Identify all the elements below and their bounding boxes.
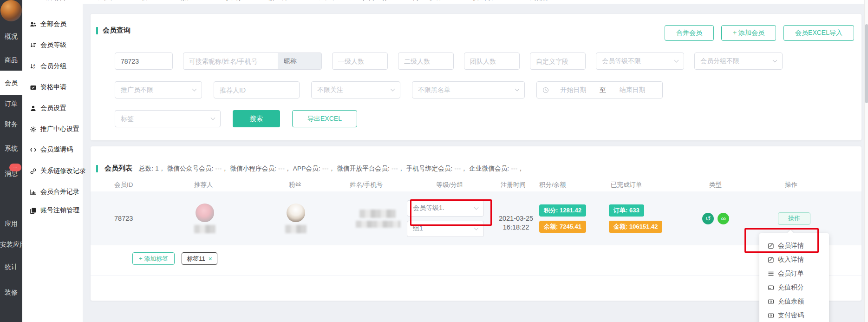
filter-row-3: 标签 搜索 导出EXCEL — [115, 110, 357, 127]
referrer-id-input[interactable] — [214, 81, 300, 99]
users-icon — [30, 21, 37, 28]
row-fans-cell — [277, 204, 344, 233]
rail-item-decorate[interactable]: 装修 — [0, 287, 22, 297]
blacklist-select[interactable]: 不限黑名单 — [412, 81, 525, 99]
topnav-item[interactable]: 门店+收银台 — [405, 0, 447, 2]
export-excel-button[interactable]: 导出EXCEL — [292, 110, 357, 127]
sidebar-item-all-members[interactable]: 全部会员 — [30, 20, 66, 29]
action-dropdown-menu: 会员详情 收入详情 会员订单 充值积分 充值余额 支付密码 — [759, 233, 829, 322]
app-rail: 概况 商品 会员 订单 财务 系统 消息 应用 安装应用 统计 装修 — [0, 0, 22, 322]
menu-item-member-orders[interactable]: 会员订单 — [759, 267, 829, 281]
rail-item-apps[interactable]: 应用 — [0, 218, 22, 229]
topnav-item[interactable]: 招商启动 — [355, 0, 387, 2]
message-count-badge: ... — [9, 164, 21, 171]
sidebar-item-member-settings[interactable]: 会员设置 — [30, 104, 66, 113]
row-action-button[interactable]: 操作 — [778, 212, 810, 225]
sort-level-icon — [30, 42, 37, 49]
menu-item-member-detail[interactable]: 会员详情 — [759, 239, 829, 253]
row-orders-cell: 订单: 633 金额: 106151.42 — [609, 204, 700, 233]
member-query-card: 会员查询 合并会员 + 添加会员 会员EXCEL导入 昵称 会员等级不限 会员分… — [91, 14, 861, 140]
sidebar-item-relation-log[interactable]: 关系链修改记录 — [30, 166, 86, 176]
app-logo-avatar[interactable] — [0, 0, 22, 21]
rail-item-overview[interactable]: 概况 — [0, 31, 22, 41]
svg-text:Z: Z — [33, 66, 35, 70]
sidebar-item-invite-code[interactable]: 会员邀请码 — [30, 145, 73, 154]
rail-item-orders[interactable]: 订单 — [0, 99, 22, 109]
rail-item-install-apps[interactable]: 安装应用 — [0, 239, 22, 250]
menu-item-income-detail[interactable]: 收入详情 — [759, 253, 829, 267]
main-content: 会员查询 合并会员 + 添加会员 会员EXCEL导入 昵称 会员等级不限 会员分… — [83, 4, 868, 322]
row-level-select[interactable]: 会员等级1. — [407, 200, 484, 217]
wechat-official-icon: ↺ — [702, 213, 714, 224]
col-header-type: 类型 — [700, 181, 774, 189]
referrer-name-blurred — [194, 225, 215, 233]
start-date-input[interactable]: 开始日期 — [549, 86, 598, 94]
rail-item-members[interactable]: 会员 — [0, 71, 22, 95]
points-badge: 积分: 1281.42 — [539, 204, 586, 217]
member-group-select[interactable]: 会员分组不限 — [694, 53, 783, 70]
team-count-input[interactable] — [464, 53, 520, 70]
row-group-select[interactable]: 组1 — [407, 221, 484, 237]
sidebar-item-account-cancel[interactable]: 账号注销管理 — [30, 206, 79, 215]
col-header-actions: 操作 — [774, 181, 861, 189]
menu-item-pay-password[interactable]: 支付密码 — [759, 309, 829, 322]
referrer-avatar[interactable] — [196, 204, 214, 222]
topnav-item[interactable]: 微社区 — [173, 0, 198, 2]
fan-avatar[interactable] — [287, 204, 305, 222]
menu-item-recharge-points[interactable]: 充值积分 — [759, 281, 829, 295]
merge-member-button[interactable]: 合并会员 — [665, 25, 714, 41]
search-type-select[interactable]: 昵称 — [278, 53, 322, 70]
topnav-item[interactable]: 充值卡 — [311, 0, 337, 2]
menu-item-recharge-balance[interactable]: 充值余额 — [759, 295, 829, 309]
end-date-input[interactable]: 结束日期 — [608, 86, 657, 94]
rail-item-system[interactable]: 系统 — [0, 143, 22, 153]
chevron-down-icon — [192, 87, 197, 92]
rail-item-finance[interactable]: 财务 — [0, 119, 22, 129]
topnav-item[interactable]: 新客裂变 — [261, 0, 293, 2]
rail-item-statistics[interactable]: 统计 — [0, 262, 22, 272]
promoter-select[interactable]: 推广员不限 — [115, 81, 202, 99]
gear-icon — [30, 126, 37, 133]
scrollbar-thumb[interactable] — [865, 24, 868, 103]
row-name-phone-cell — [344, 210, 407, 228]
card-icon — [768, 284, 774, 291]
member-id-input[interactable] — [115, 53, 173, 70]
add-tag-button[interactable]: + 添加标签 — [132, 252, 175, 265]
register-date: 2021-03-25 — [493, 214, 539, 223]
date-range-picker[interactable]: 开始日期 至 结束日期 — [536, 81, 663, 99]
search-button[interactable]: 搜索 — [233, 110, 280, 127]
excel-import-button[interactable]: 会员EXCEL导入 — [783, 25, 854, 41]
sidebar-item-member-level[interactable]: 会员等级 — [30, 40, 66, 50]
code-icon — [30, 146, 37, 153]
money-icon — [768, 298, 774, 305]
topnav-item[interactable]: 云库存商品 — [34, 0, 72, 2]
col-header-points-balance: 积分/余额 — [539, 181, 609, 189]
col-header-fans: 粉丝 — [277, 181, 344, 189]
tag-close-icon[interactable]: × — [209, 255, 212, 263]
link-icon — [30, 168, 37, 175]
row-register-time-cell: 2021-03-25 16:18:22 — [493, 205, 539, 232]
sidebar-item-member-group[interactable]: AZ 会员分组 — [30, 62, 66, 71]
add-member-button[interactable]: + 添加会员 — [721, 25, 776, 41]
chevron-down-icon — [391, 87, 395, 92]
member-level-select[interactable]: 会员等级不限 — [596, 53, 684, 70]
follow-select[interactable]: 不限关注 — [311, 81, 400, 99]
level1-count-input[interactable] — [332, 53, 388, 70]
tag-select[interactable]: 标签 — [115, 110, 221, 127]
custom-field-input[interactable] — [530, 53, 586, 70]
sidebar-item-qualification[interactable]: 资格申请 — [30, 83, 66, 92]
topnav-item[interactable]: 兑换券 — [91, 0, 116, 2]
row-action-cell: 操作 — [774, 212, 861, 225]
topnav-item[interactable]: 拼团 — [135, 0, 154, 2]
level2-count-input[interactable] — [398, 53, 454, 70]
sidebar-item-merge-log[interactable]: 会员合并记录 — [30, 187, 79, 197]
sidebar-item-promotion-settings[interactable]: 推广中心设置 — [30, 125, 79, 134]
topnav-item[interactable]: 快递商管理 — [465, 0, 503, 2]
vertical-scrollbar[interactable] — [864, 0, 868, 322]
keyword-search-input[interactable] — [183, 53, 278, 70]
rail-item-products[interactable]: 商品 — [0, 55, 22, 65]
tag-chip: 标签11 × — [182, 252, 217, 265]
topnav-item[interactable]: 视频点播 — [522, 0, 553, 2]
member-list-card: 会员列表 总数: 1， 微信公众号会员: ---， 微信小程序会员: ---， … — [91, 146, 861, 301]
topnav-item[interactable]: 小程序 — [217, 0, 242, 2]
